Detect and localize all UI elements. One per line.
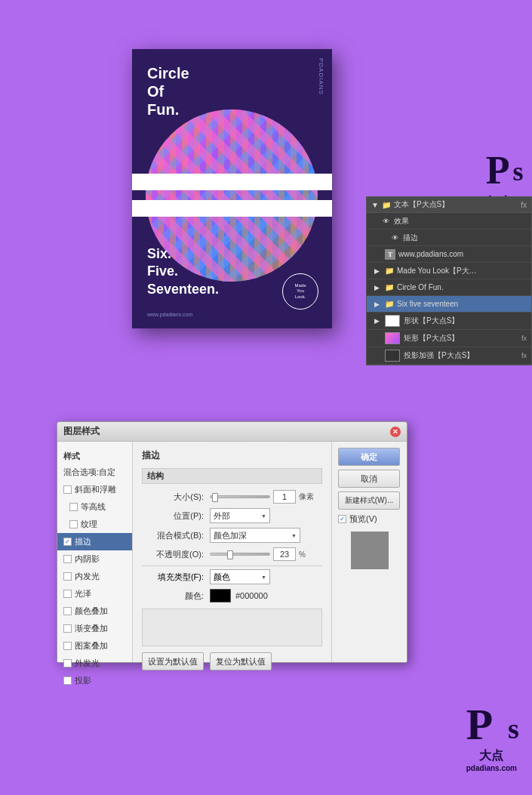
preview-checkbox[interactable]: ✓ (338, 515, 346, 523)
logo-big-text: 大点 (466, 748, 517, 764)
sidebar-item-color-overlay[interactable]: 颜色叠加 (57, 602, 132, 620)
preview-area (142, 609, 322, 646)
inner-shadow-checkbox[interactable] (63, 555, 72, 563)
sidebar-item-pattern-overlay[interactable]: 图案叠加 (57, 637, 132, 655)
outer-glow-checkbox[interactable] (63, 659, 72, 667)
poster-bottom-text: Six. Five. Seventeen. (147, 245, 219, 298)
reset-default-button[interactable]: 复位为默认值 (210, 652, 272, 670)
bottom-area: 图层样式 ✕ 样式 混合选项:自定 斜面和浮雕 等高线 (0, 400, 532, 795)
structure-header: 结构 (142, 468, 322, 484)
opacity-unit: % (299, 550, 306, 559)
layer-row-stroke-effect[interactable]: 👁 描边 (367, 230, 531, 246)
opacity-slider-thumb[interactable] (227, 550, 233, 559)
content-section-title: 描边 (142, 449, 322, 462)
inner-glow-checkbox[interactable] (63, 572, 72, 581)
blend-mode-row: 混合模式(B): 颜色加深 (142, 528, 322, 543)
color-hex: #000000 (235, 591, 268, 600)
opacity-value[interactable]: 23 (273, 547, 296, 561)
eye-icon[interactable]: 👁 (380, 217, 391, 226)
ps-logo-bottom: P s 大点 pdadians.com (466, 703, 517, 772)
sidebar-item-inner-shadow[interactable]: 内阴影 (57, 550, 132, 568)
layer-row-six-five-seventeen[interactable]: ▶ 📁 Six five seventeen (367, 296, 531, 313)
sidebar-item-bevel[interactable]: 斜面和浮雕 (57, 481, 132, 498)
sidebar-item-blend[interactable]: 混合选项:自定 (57, 464, 132, 481)
position-select[interactable]: 外部 (210, 508, 270, 523)
dialog-right-panel: 确定 取消 新建样式(W)... ✓ 预览(V) (331, 442, 407, 662)
color-row: 颜色: #000000 (142, 589, 322, 602)
sidebar-item-inner-glow[interactable]: 内发光 (57, 568, 132, 585)
drop-shadow-checkbox[interactable] (63, 676, 72, 685)
dialog-sidebar: 样式 混合选项:自定 斜面和浮雕 等高线 纹理 ✓ (57, 442, 133, 662)
contour-checkbox[interactable] (69, 503, 78, 511)
dialog-body: 样式 混合选项:自定 斜面和浮雕 等高线 纹理 ✓ (57, 442, 407, 662)
sidebar-item-gradient-overlay[interactable]: 渐变叠加 (57, 620, 132, 637)
size-label: 大小(S): (142, 491, 210, 503)
fill-type-label: 填充类型(F): (142, 572, 210, 583)
size-slider-thumb[interactable] (212, 493, 218, 502)
fill-type-row: 填充类型(F): 颜色 (142, 569, 322, 584)
size-row: 大小(S): 1 像素 (142, 490, 322, 504)
gradient-overlay-checkbox[interactable] (63, 624, 72, 633)
sidebar-item-drop-shadow[interactable]: 投影 (57, 672, 132, 689)
layer-row-text[interactable]: T www.pdadians.com (367, 246, 531, 263)
ok-button[interactable]: 确定 (338, 448, 400, 466)
sidebar-item-texture[interactable]: 纹理 (57, 516, 132, 533)
layer-style-dialog: 图层样式 ✕ 样式 混合选项:自定 斜面和浮雕 等高线 (57, 421, 407, 663)
bevel-checkbox[interactable] (63, 485, 72, 494)
white-bar-1 (132, 174, 332, 190)
layer-row-shape[interactable]: ▶ 形状【P大点S】 (367, 313, 531, 330)
layer-row-rect[interactable]: 矩形【P大点S】 fx (367, 330, 531, 347)
canvas-area: Circle Of Fun. PDADIANS Six. Five. Seven… (0, 0, 532, 400)
dialog-title-bar: 图层样式 ✕ (57, 422, 407, 442)
close-button[interactable]: ✕ (390, 427, 401, 437)
layer-row-shadow[interactable]: 投影加强【P大点S】 fx (367, 347, 531, 365)
set-default-button[interactable]: 设置为默认值 (142, 652, 204, 670)
color-label: 颜色: (142, 590, 210, 602)
sidebar-item-stroke[interactable]: ✓ 描边 (57, 533, 132, 550)
white-bar-2 (132, 200, 332, 217)
opacity-slider[interactable] (210, 553, 270, 556)
opacity-label: 不透明度(O): (142, 549, 210, 560)
new-style-button[interactable]: 新建样式(W)... (338, 491, 400, 510)
poster-badge: MadeYouLook. (282, 273, 318, 310)
poster-watermark: PDADIANS (318, 58, 324, 95)
cancel-button[interactable]: 取消 (338, 470, 400, 488)
dialog-content: 描边 结构 大小(S): 1 像素 位置(P): (133, 442, 331, 662)
logo-p: P (466, 703, 493, 747)
color-swatch[interactable] (210, 589, 231, 602)
sidebar-item-outer-glow[interactable]: 外发光 (57, 655, 132, 672)
layer-row-effect[interactable]: 👁 效果 (367, 213, 531, 230)
eye-icon-2[interactable]: 👁 (389, 233, 400, 242)
logo-url: pdadians.com (466, 764, 517, 772)
preview-label: 预览(V) (349, 513, 377, 525)
layer-row-circle-of-fun[interactable]: ▶ 📁 Circle Of Fun. (367, 279, 531, 296)
stroke-checkbox[interactable]: ✓ (63, 538, 72, 546)
size-value[interactable]: 1 (273, 490, 296, 504)
layers-panel-header: ▼ 📁 文本【P大点S】 fx (367, 197, 531, 213)
eye-icon-3 (371, 250, 382, 259)
position-label: 位置(P): (142, 510, 210, 522)
preview-checkbox-row: ✓ 预览(V) (338, 513, 401, 525)
size-unit: 像素 (299, 491, 314, 502)
opacity-control: 23 % (210, 547, 322, 561)
sidebar-item-satin[interactable]: 光泽 (57, 585, 132, 602)
position-row: 位置(P): 外部 (142, 508, 322, 523)
poster: Circle Of Fun. PDADIANS Six. Five. Seven… (132, 49, 332, 328)
color-overlay-checkbox[interactable] (63, 607, 72, 615)
texture-checkbox[interactable] (69, 520, 78, 528)
logo-s: s (508, 712, 519, 745)
size-control: 1 像素 (210, 490, 322, 504)
poster-title: Circle Of Fun. (147, 64, 189, 119)
blend-mode-label: 混合模式(B): (142, 530, 210, 541)
sidebar-item-contour[interactable]: 等高线 (57, 498, 132, 516)
poster-url: www.pdadians.com (147, 312, 192, 317)
size-slider[interactable] (210, 495, 270, 498)
opacity-row: 不透明度(O): 23 % (142, 547, 322, 561)
blend-mode-select[interactable]: 颜色加深 (210, 528, 300, 543)
preview-box (351, 532, 389, 569)
layers-panel: ▼ 📁 文本【P大点S】 fx 👁 效果 👁 描边 T www.pdadians… (366, 196, 532, 365)
pattern-overlay-checkbox[interactable] (63, 642, 72, 650)
satin-checkbox[interactable] (63, 590, 72, 598)
fill-type-select[interactable]: 颜色 (210, 569, 270, 584)
layer-row-made-you-look[interactable]: ▶ 📁 Made You Look【P大… (367, 263, 531, 279)
